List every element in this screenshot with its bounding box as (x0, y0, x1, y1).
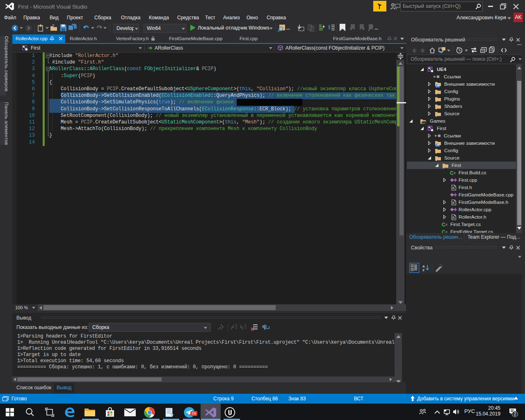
svg-text:C: C (442, 229, 445, 233)
svg-text:#: # (454, 171, 456, 175)
svg-text:h: h (453, 216, 455, 220)
svg-text:A: A (422, 265, 425, 268)
svg-text:h: h (453, 186, 455, 190)
svg-text:h: h (453, 201, 455, 205)
svg-text:C: C (450, 170, 454, 176)
svg-text:#: # (445, 230, 447, 233)
svg-text:#: # (445, 223, 447, 227)
svg-text:Z: Z (422, 268, 425, 272)
svg-text:C: C (442, 222, 445, 228)
